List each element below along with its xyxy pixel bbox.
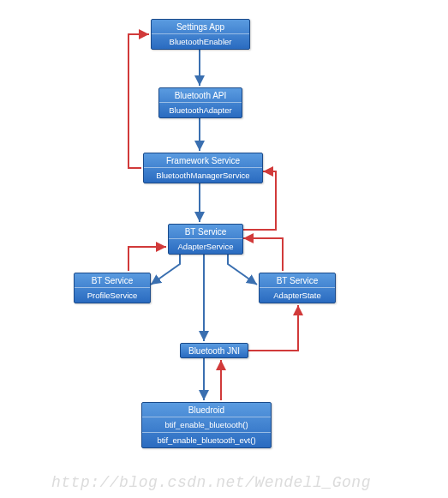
node-row: BluetoothManagerService bbox=[144, 167, 262, 183]
node-title: BT Service bbox=[75, 273, 150, 287]
edge-profileservice-to-adapterservice bbox=[128, 247, 166, 271]
edge-adapterstate-to-adapterservice bbox=[243, 238, 283, 271]
node-row: BluetoothAdapter bbox=[159, 102, 242, 117]
node-row: AdapterService bbox=[169, 238, 242, 254]
node-title: BT Service bbox=[169, 225, 242, 238]
node-bluetooth-api: Bluetooth API BluetoothAdapter bbox=[158, 87, 242, 118]
node-row: BluetoothEnabler bbox=[152, 33, 249, 49]
node-row: btif_enable_bluetooth_evt() bbox=[142, 432, 271, 447]
node-adapter-state: BT Service AdapterState bbox=[259, 273, 336, 303]
node-title: Bluetooth JNI bbox=[181, 344, 248, 357]
node-title: Bluetooth API bbox=[159, 88, 242, 102]
node-bluetooth-jni: Bluetooth JNI bbox=[180, 343, 248, 358]
node-framework-service: Framework Service BluetoothManagerServic… bbox=[143, 153, 263, 183]
node-title: BT Service bbox=[260, 273, 335, 287]
node-bluedroid: Bluedroid btif_enable_bluetooth() btif_e… bbox=[141, 402, 272, 448]
edge-framework-to-settings bbox=[128, 34, 149, 168]
node-row: btif_enable_bluetooth() bbox=[142, 417, 271, 432]
node-row: AdapterState bbox=[260, 287, 335, 303]
edge-jni-to-adapterstate bbox=[248, 305, 298, 351]
node-title: Settings App bbox=[152, 20, 249, 33]
node-row: ProfileService bbox=[75, 287, 150, 303]
node-settings-app: Settings App BluetoothEnabler bbox=[151, 19, 250, 50]
node-title: Bluedroid bbox=[142, 403, 271, 417]
node-adapter-service: BT Service AdapterService bbox=[168, 224, 243, 255]
node-title: Framework Service bbox=[144, 153, 262, 167]
node-profile-service: BT Service ProfileService bbox=[74, 273, 151, 303]
edge-adapterservice-to-profileservice bbox=[151, 255, 180, 285]
edge-adapterservice-to-adapterstate bbox=[228, 255, 257, 285]
